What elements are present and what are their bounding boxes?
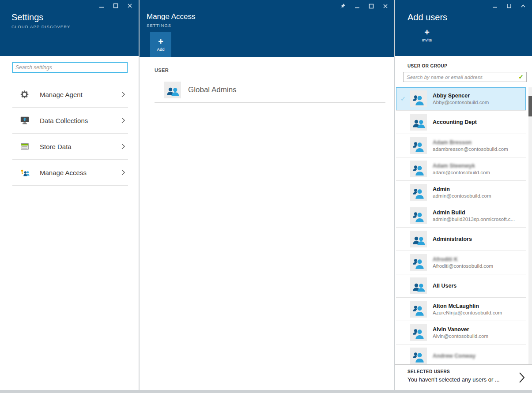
- user-list-item[interactable]: ✓ Admin Build admin@build2013sp.onmicros…: [396, 204, 526, 228]
- maximize-icon[interactable]: [113, 3, 118, 8]
- add-users-body: USER OR GROUP ✓ ✓ Abby Spencer Abby@cont…: [395, 56, 532, 390]
- user-texts: Abby Spencer Abby@contosobuild.com: [433, 93, 489, 105]
- user-name: Afroditi K: [433, 256, 493, 263]
- minimize-icon[interactable]: [99, 3, 104, 8]
- user-avatar-icon: [410, 207, 427, 224]
- settings-search-input[interactable]: [12, 62, 128, 73]
- user-search-wrap: ✓: [403, 72, 527, 82]
- user-name: Alton McLaughlin: [433, 303, 502, 310]
- user-name: Admin: [433, 186, 491, 193]
- selected-users-bar[interactable]: SELECTED USERS You haven't selected any …: [395, 364, 532, 390]
- user-avatar-icon: [410, 90, 427, 107]
- user-list-item[interactable]: ✓ Afroditi K Afroditi@contosobuild.com: [396, 251, 526, 274]
- user-avatar-icon: [410, 254, 427, 271]
- user-texts: Afroditi K Afroditi@contosobuild.com: [433, 256, 493, 269]
- invite-button-label: Invite: [422, 37, 432, 42]
- chevron-right-icon: [121, 169, 125, 176]
- add-users-blade-header: Add users + Invite: [395, 0, 532, 56]
- user-list-item[interactable]: ✓ Adam Steenwyk adam@contosobuild.com: [396, 157, 526, 181]
- user-list-item[interactable]: ✓ All Users: [396, 274, 526, 298]
- restore-icon[interactable]: [506, 3, 512, 8]
- user-column-header: USER: [155, 67, 385, 73]
- manage-access-subtitle: SETTINGS: [147, 23, 394, 28]
- green-check-icon: ✓: [518, 73, 524, 80]
- chevron-right-icon: [121, 91, 125, 98]
- user-email: AzureNinja@contosobuild.com: [433, 310, 502, 316]
- user-texts: Andrew Conway: [433, 353, 475, 359]
- maximize-icon[interactable]: [369, 4, 374, 9]
- header-divider: [147, 32, 387, 32]
- user-list-item[interactable]: ✓ Administrators: [396, 228, 526, 251]
- add-users-blade: Add users + Invite USER OR GROUP ✓ ✓ Abb…: [395, 0, 532, 390]
- close-icon[interactable]: [383, 4, 388, 9]
- row-name: Global Admins: [188, 86, 237, 94]
- global-admins-row[interactable]: Global Admins: [155, 77, 385, 103]
- user-email: Afroditi@contosobuild.com: [433, 263, 493, 269]
- user-texts: Admin Build admin@build2013sp.onmicrosof…: [433, 210, 515, 222]
- selected-users-label: SELECTED USERS: [407, 369, 532, 374]
- menu-item-store-data[interactable]: Store Data: [12, 134, 128, 160]
- manage-access-title: Mange Access: [147, 12, 394, 21]
- minimize-icon[interactable]: [355, 4, 360, 9]
- collapse-up-icon[interactable]: [521, 4, 526, 8]
- close-icon[interactable]: [127, 3, 132, 8]
- user-name: Accounting Dept: [433, 119, 477, 126]
- settings-blade-header: Settings CLOUD APP DISCOVERY: [0, 0, 139, 56]
- menu-item-data-collections[interactable]: Data Collections: [12, 108, 128, 134]
- user-rows: ✓ Abby Spencer Abby@contosobuild.com ✓ A…: [396, 87, 526, 364]
- manage-access-blade-header: Mange Access SETTINGS + Add: [140, 0, 394, 57]
- invite-button[interactable]: + Invite: [415, 28, 438, 42]
- settings-subtitle: CLOUD APP DISCOVERY: [11, 24, 139, 29]
- manage-access-body: USER Global Admins: [140, 57, 394, 103]
- user-list-item[interactable]: ✓ Admin admin@contosobuild.com: [396, 181, 526, 204]
- menu-item-label: Manage Agent: [40, 91, 121, 98]
- user-texts: Admin admin@contosobuild.com: [433, 186, 491, 199]
- user-name: Administrators: [433, 236, 472, 243]
- menu-item-manage-access[interactable]: Manage Access: [12, 160, 128, 186]
- add-button-label: Add: [157, 47, 165, 52]
- settings-body: Manage Agent Data Collections Store Data: [0, 56, 139, 186]
- menu-item-label: Data Collections: [40, 117, 121, 124]
- menu-item-label: Manage Access: [40, 169, 121, 176]
- user-texts: All Users: [433, 283, 457, 289]
- user-name: Alvin Vanover: [433, 326, 488, 333]
- user-texts: Adam Steenwyk adam@contosobuild.com: [433, 163, 490, 176]
- manage-access-blade: Mange Access SETTINGS + Add USER Global …: [140, 0, 394, 390]
- user-name: Admin Build: [433, 210, 515, 216]
- user-list-item[interactable]: ✓ Alvin Vanover Alvin@contosobuild.com: [396, 321, 526, 344]
- settings-menu: Manage Agent Data Collections Store Data: [12, 82, 128, 186]
- user-avatar-icon: [410, 277, 427, 294]
- user-texts: Adam Bresson adambresson@contosobuild.co…: [433, 139, 508, 152]
- user-search-input[interactable]: [403, 72, 527, 82]
- user-list-item[interactable]: ✓ Andrew Conway: [396, 344, 526, 364]
- user-name: Abby Spencer: [433, 93, 489, 99]
- selected-check-icon: ✓: [396, 95, 410, 103]
- user-name: Adam Bresson: [433, 139, 508, 146]
- key-people-icon: [19, 167, 30, 178]
- minimize-icon[interactable]: [492, 3, 498, 8]
- user-list-item[interactable]: ✓ Abby Spencer Abby@contosobuild.com: [396, 87, 526, 111]
- scrollbar-track[interactable]: [528, 87, 532, 364]
- chevron-right-icon: [519, 372, 525, 385]
- user-name: All Users: [433, 283, 457, 289]
- user-texts: Alvin Vanover Alvin@contosobuild.com: [433, 326, 488, 339]
- user-list-item[interactable]: ✓ Adam Bresson adambresson@contosobuild.…: [396, 134, 526, 157]
- scrollbar-thumb[interactable]: [528, 96, 532, 116]
- menu-item-manage-agent[interactable]: Manage Agent: [12, 82, 128, 108]
- add-button[interactable]: + Add: [150, 32, 171, 57]
- user-list-item[interactable]: ✓ Alton McLaughlin AzureNinja@contosobui…: [396, 298, 526, 321]
- chevron-right-icon: [121, 143, 125, 150]
- user-list-item[interactable]: ✓ Accounting Dept: [396, 111, 526, 134]
- user-list: ✓ Abby Spencer Abby@contosobuild.com ✓ A…: [396, 87, 532, 364]
- user-avatar-icon: [410, 184, 427, 201]
- user-email: admin@contosobuild.com: [433, 193, 491, 199]
- user-avatar-icon: [410, 301, 427, 318]
- manage-access-window-controls: [340, 3, 388, 9]
- chevron-right-icon: [121, 117, 125, 124]
- user-avatar-icon: [410, 324, 427, 341]
- pin-icon[interactable]: [340, 3, 346, 9]
- settings-title: Settings: [11, 12, 139, 22]
- user-or-group-label: USER OR GROUP: [407, 64, 532, 68]
- user-avatar-icon: [410, 161, 427, 177]
- gear-icon: [19, 89, 30, 100]
